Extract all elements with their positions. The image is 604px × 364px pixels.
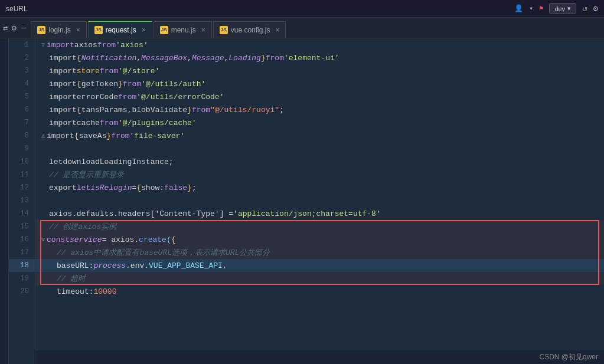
- line-num-3: 3: [9, 64, 35, 77]
- line-num-9: 9: [9, 142, 35, 155]
- line-numbers: 1 2 3 4 5 6 7 8 9 10 11 12 13 14 15 16 1…: [9, 38, 35, 364]
- tab-vue-config-label: vue.config.js: [231, 26, 270, 34]
- tab-menu-icon: JS: [160, 26, 168, 34]
- code-line-11: // 是否显示重新登录: [35, 168, 604, 181]
- title-bar: seURL 👤 ▾ ⚑ dev ▾ ↺ ⚙: [0, 0, 604, 18]
- code-line-6: import { tansParams , blobValidate } fro…: [35, 103, 604, 116]
- watermark-text: CSDN @初见qwer: [539, 352, 598, 362]
- settings-icon[interactable]: ⚙: [593, 4, 598, 14]
- tab-request-close[interactable]: ×: [142, 26, 146, 34]
- code-line-7: import cache from '@/plugins/cache': [35, 116, 604, 129]
- refresh-icon[interactable]: ↺: [582, 4, 587, 14]
- tab-request[interactable]: JS request.js ×: [88, 21, 152, 38]
- fold-icon-8: △: [41, 132, 45, 139]
- line-num-10: 10: [9, 155, 35, 168]
- line-num-11: 11: [9, 168, 35, 181]
- line-num-15: 15: [9, 220, 35, 233]
- line-num-4: 4: [9, 77, 35, 90]
- code-line-17: // axios中请求配置有baseURL选项，表示请求URL公共部分: [35, 246, 604, 259]
- tab-login-icon: JS: [37, 26, 45, 34]
- tab-login[interactable]: JS login.js ×: [31, 21, 86, 38]
- tab-vue-config-close[interactable]: ×: [275, 26, 279, 34]
- branch-chevron-icon: ▾: [567, 5, 571, 12]
- chevron-down-icon: ▾: [529, 4, 533, 13]
- tab-menu[interactable]: JS menu.js ×: [154, 21, 212, 38]
- code-line-14: axios .defaults.headers ['Content-Type']…: [35, 207, 604, 220]
- user-icon: 👤: [514, 4, 523, 13]
- tab-menu-close[interactable]: ×: [201, 26, 205, 34]
- code-line-9: [35, 142, 604, 155]
- code-line-1: ▽ import axios from 'axios': [35, 38, 604, 51]
- line-num-6: 6: [9, 103, 35, 116]
- line-num-7: 7: [9, 116, 35, 129]
- line-num-8: 8: [9, 129, 35, 142]
- tab-vue-config[interactable]: JS vue.config.js ×: [213, 21, 286, 38]
- fold-icon-1: ▽: [41, 41, 45, 48]
- tab-menu-label: menu.js: [171, 26, 196, 34]
- code-line-15: // 创建axios实例: [35, 220, 604, 233]
- line-num-12: 12: [9, 181, 35, 194]
- code-line-2: import { Notification , MessageBox , Mes…: [35, 51, 604, 64]
- code-line-3: import store from '@/store': [35, 64, 604, 77]
- tab-login-label: login.js: [48, 26, 70, 34]
- code-line-16: ▽ const service = axios. create ( {: [35, 233, 604, 246]
- code-line-13: [35, 194, 604, 207]
- app-title: seURL: [6, 5, 28, 13]
- line-num-1: 1: [9, 38, 35, 51]
- code-line-19: // 超时: [35, 272, 604, 285]
- line-num-19: 19: [9, 272, 35, 285]
- line-num-20: 20: [9, 285, 35, 298]
- window-icon-3[interactable]: —: [21, 23, 26, 32]
- branch-label: dev: [554, 5, 565, 12]
- footer: CSDN @初见qwer: [35, 350, 604, 364]
- tab-vue-config-icon: JS: [220, 26, 228, 34]
- code-line-10: let downloadLoadingInstance;: [35, 155, 604, 168]
- window-icon-2[interactable]: ⚙: [11, 23, 16, 33]
- line-num-5: 5: [9, 90, 35, 103]
- line-num-16: 16: [9, 233, 35, 246]
- line-num-14: 14: [9, 207, 35, 220]
- code-line-18: baseURL: process .env. VUE_APP_BASE_API …: [35, 259, 604, 272]
- tab-bar: ⇄ ⚙ — JS login.js × JS request.js × JS m…: [0, 18, 604, 38]
- tab-request-icon: JS: [94, 26, 103, 34]
- code-line-20: timeout: 10000: [35, 285, 604, 298]
- line-num-17: 17: [9, 246, 35, 259]
- code-line-12: export let isRelogin = { show: false } ;: [35, 181, 604, 194]
- code-line-4: import { getToken } from '@/utils/auth': [35, 77, 604, 90]
- line-num-18: 18: [9, 259, 35, 272]
- branch-button[interactable]: dev ▾: [549, 3, 576, 14]
- left-gutter: [0, 38, 9, 364]
- tab-login-close[interactable]: ×: [76, 26, 80, 34]
- code-line-5: import errorCode from '@/utils/errorCode…: [35, 90, 604, 103]
- fold-icon-16: ▽: [41, 236, 45, 243]
- editor-main: 1 2 3 4 5 6 7 8 9 10 11 12 13 14 15 16 1…: [0, 38, 604, 364]
- title-bar-right: 👤 ▾ ⚑ dev ▾ ↺ ⚙: [514, 3, 598, 14]
- line-num-13: 13: [9, 194, 35, 207]
- code-editor[interactable]: ▽ import axios from 'axios' import { Not…: [35, 38, 604, 364]
- flag-icon: ⚑: [539, 4, 543, 13]
- tab-request-label: request.js: [106, 26, 136, 34]
- line-num-2: 2: [9, 51, 35, 64]
- code-line-8: △ import { saveAs } from 'file-saver': [35, 129, 604, 142]
- window-icon-1[interactable]: ⇄: [3, 23, 8, 33]
